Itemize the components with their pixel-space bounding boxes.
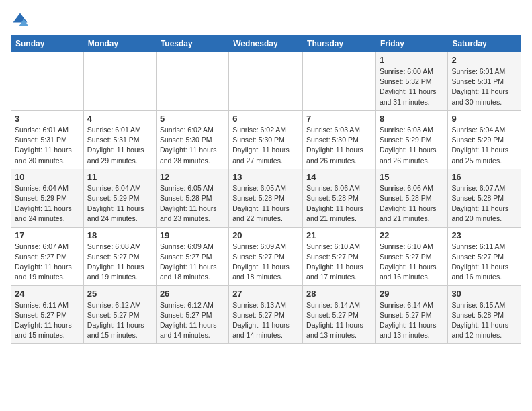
day-info: Sunrise: 6:11 AM Sunset: 5:27 PM Dayligh… bbox=[15, 300, 80, 341]
day-number: 22 bbox=[380, 230, 444, 240]
day-number: 11 bbox=[87, 172, 152, 182]
calendar-cell: 12Sunrise: 6:05 AM Sunset: 5:28 PM Dayli… bbox=[156, 169, 228, 227]
day-info: Sunrise: 6:04 AM Sunset: 5:29 PM Dayligh… bbox=[451, 125, 517, 166]
calendar-cell: 23Sunrise: 6:11 AM Sunset: 5:27 PM Dayli… bbox=[448, 227, 521, 285]
calendar-cell bbox=[156, 52, 228, 111]
day-number: 25 bbox=[87, 289, 152, 299]
day-info: Sunrise: 6:06 AM Sunset: 5:28 PM Dayligh… bbox=[306, 183, 372, 224]
calendar-cell: 20Sunrise: 6:09 AM Sunset: 5:27 PM Dayli… bbox=[229, 227, 303, 285]
day-number: 7 bbox=[306, 113, 372, 124]
calendar-week-row: 10Sunrise: 6:04 AM Sunset: 5:29 PM Dayli… bbox=[11, 169, 521, 227]
calendar-cell: 4Sunrise: 6:01 AM Sunset: 5:31 PM Daylig… bbox=[83, 110, 156, 169]
calendar-cell: 11Sunrise: 6:04 AM Sunset: 5:29 PM Dayli… bbox=[83, 169, 156, 227]
calendar-cell bbox=[229, 52, 303, 111]
calendar-cell: 29Sunrise: 6:14 AM Sunset: 5:27 PM Dayli… bbox=[375, 285, 447, 344]
day-number: 17 bbox=[15, 230, 80, 240]
calendar-cell: 13Sunrise: 6:05 AM Sunset: 5:28 PM Dayli… bbox=[229, 169, 303, 227]
day-number: 26 bbox=[160, 289, 225, 299]
day-info: Sunrise: 6:07 AM Sunset: 5:28 PM Dayligh… bbox=[451, 183, 517, 224]
day-info: Sunrise: 6:00 AM Sunset: 5:32 PM Dayligh… bbox=[380, 66, 444, 107]
calendar-cell: 1Sunrise: 6:00 AM Sunset: 5:32 PM Daylig… bbox=[375, 52, 447, 111]
logo-icon bbox=[11, 11, 30, 30]
calendar-week-row: 17Sunrise: 6:07 AM Sunset: 5:27 PM Dayli… bbox=[11, 227, 521, 285]
day-info: Sunrise: 6:05 AM Sunset: 5:28 PM Dayligh… bbox=[160, 183, 225, 224]
weekday-header: Sunday bbox=[11, 36, 84, 52]
calendar-cell: 17Sunrise: 6:07 AM Sunset: 5:27 PM Dayli… bbox=[11, 227, 84, 285]
day-number: 29 bbox=[380, 289, 444, 299]
calendar-cell bbox=[83, 52, 156, 111]
calendar-cell bbox=[303, 52, 376, 111]
day-number: 16 bbox=[451, 172, 517, 182]
day-info: Sunrise: 6:09 AM Sunset: 5:27 PM Dayligh… bbox=[160, 242, 225, 283]
weekday-header: Tuesday bbox=[156, 36, 228, 52]
calendar-cell: 2Sunrise: 6:01 AM Sunset: 5:31 PM Daylig… bbox=[448, 52, 521, 111]
day-info: Sunrise: 6:12 AM Sunset: 5:27 PM Dayligh… bbox=[160, 300, 225, 341]
day-info: Sunrise: 6:15 AM Sunset: 5:28 PM Dayligh… bbox=[451, 300, 517, 341]
day-info: Sunrise: 6:14 AM Sunset: 5:27 PM Dayligh… bbox=[306, 300, 372, 341]
day-number: 13 bbox=[232, 172, 299, 182]
calendar-cell: 14Sunrise: 6:06 AM Sunset: 5:28 PM Dayli… bbox=[303, 169, 376, 227]
day-number: 28 bbox=[306, 289, 372, 299]
page-header bbox=[11, 11, 521, 30]
day-number: 27 bbox=[232, 289, 299, 299]
calendar-cell: 24Sunrise: 6:11 AM Sunset: 5:27 PM Dayli… bbox=[11, 285, 84, 344]
calendar-cell: 19Sunrise: 6:09 AM Sunset: 5:27 PM Dayli… bbox=[156, 227, 228, 285]
day-info: Sunrise: 6:04 AM Sunset: 5:29 PM Dayligh… bbox=[87, 183, 152, 224]
day-info: Sunrise: 6:04 AM Sunset: 5:29 PM Dayligh… bbox=[15, 183, 80, 224]
day-number: 30 bbox=[451, 289, 517, 299]
calendar-cell: 27Sunrise: 6:13 AM Sunset: 5:27 PM Dayli… bbox=[229, 285, 303, 344]
day-number: 6 bbox=[232, 113, 299, 124]
day-number: 23 bbox=[451, 230, 517, 240]
day-number: 24 bbox=[15, 289, 80, 299]
day-info: Sunrise: 6:11 AM Sunset: 5:27 PM Dayligh… bbox=[451, 242, 517, 283]
calendar-week-row: 24Sunrise: 6:11 AM Sunset: 5:27 PM Dayli… bbox=[11, 285, 521, 344]
calendar-cell: 6Sunrise: 6:02 AM Sunset: 5:30 PM Daylig… bbox=[229, 110, 303, 169]
calendar-cell: 9Sunrise: 6:04 AM Sunset: 5:29 PM Daylig… bbox=[448, 110, 521, 169]
calendar-week-row: 1Sunrise: 6:00 AM Sunset: 5:32 PM Daylig… bbox=[11, 52, 521, 111]
day-info: Sunrise: 6:01 AM Sunset: 5:31 PM Dayligh… bbox=[87, 125, 152, 166]
day-info: Sunrise: 6:10 AM Sunset: 5:27 PM Dayligh… bbox=[380, 242, 444, 283]
weekday-header: Friday bbox=[375, 36, 447, 52]
day-number: 8 bbox=[380, 113, 444, 124]
day-info: Sunrise: 6:10 AM Sunset: 5:27 PM Dayligh… bbox=[306, 242, 372, 283]
day-info: Sunrise: 6:13 AM Sunset: 5:27 PM Dayligh… bbox=[232, 300, 299, 341]
day-number: 18 bbox=[87, 230, 152, 240]
day-number: 20 bbox=[232, 230, 299, 240]
day-number: 3 bbox=[15, 113, 80, 124]
day-info: Sunrise: 6:07 AM Sunset: 5:27 PM Dayligh… bbox=[15, 242, 80, 283]
day-info: Sunrise: 6:03 AM Sunset: 5:29 PM Dayligh… bbox=[380, 125, 444, 166]
calendar-cell: 22Sunrise: 6:10 AM Sunset: 5:27 PM Dayli… bbox=[375, 227, 447, 285]
weekday-header: Wednesday bbox=[229, 36, 303, 52]
calendar-cell: 18Sunrise: 6:08 AM Sunset: 5:27 PM Dayli… bbox=[83, 227, 156, 285]
day-info: Sunrise: 6:05 AM Sunset: 5:28 PM Dayligh… bbox=[232, 183, 299, 224]
calendar-cell: 26Sunrise: 6:12 AM Sunset: 5:27 PM Dayli… bbox=[156, 285, 228, 344]
day-info: Sunrise: 6:12 AM Sunset: 5:27 PM Dayligh… bbox=[87, 300, 152, 341]
calendar-week-row: 3Sunrise: 6:01 AM Sunset: 5:31 PM Daylig… bbox=[11, 110, 521, 169]
day-info: Sunrise: 6:06 AM Sunset: 5:28 PM Dayligh… bbox=[380, 183, 444, 224]
calendar-cell: 5Sunrise: 6:02 AM Sunset: 5:30 PM Daylig… bbox=[156, 110, 228, 169]
day-number: 10 bbox=[15, 172, 80, 182]
day-info: Sunrise: 6:01 AM Sunset: 5:31 PM Dayligh… bbox=[15, 125, 80, 166]
day-number: 4 bbox=[87, 113, 152, 124]
calendar-cell: 3Sunrise: 6:01 AM Sunset: 5:31 PM Daylig… bbox=[11, 110, 84, 169]
day-info: Sunrise: 6:03 AM Sunset: 5:30 PM Dayligh… bbox=[306, 125, 372, 166]
calendar-cell: 7Sunrise: 6:03 AM Sunset: 5:30 PM Daylig… bbox=[303, 110, 376, 169]
day-number: 9 bbox=[451, 113, 517, 124]
day-number: 5 bbox=[160, 113, 225, 124]
day-info: Sunrise: 6:01 AM Sunset: 5:31 PM Dayligh… bbox=[451, 66, 517, 107]
calendar-cell bbox=[11, 52, 84, 111]
day-number: 12 bbox=[160, 172, 225, 182]
weekday-header: Thursday bbox=[303, 36, 376, 52]
day-number: 15 bbox=[380, 172, 444, 182]
calendar-cell: 10Sunrise: 6:04 AM Sunset: 5:29 PM Dayli… bbox=[11, 169, 84, 227]
calendar-table: SundayMondayTuesdayWednesdayThursdayFrid… bbox=[11, 35, 521, 344]
calendar-cell: 30Sunrise: 6:15 AM Sunset: 5:28 PM Dayli… bbox=[448, 285, 521, 344]
calendar-cell: 15Sunrise: 6:06 AM Sunset: 5:28 PM Dayli… bbox=[375, 169, 447, 227]
logo bbox=[11, 11, 32, 30]
day-info: Sunrise: 6:09 AM Sunset: 5:27 PM Dayligh… bbox=[232, 242, 299, 283]
calendar-cell: 28Sunrise: 6:14 AM Sunset: 5:27 PM Dayli… bbox=[303, 285, 376, 344]
calendar-cell: 21Sunrise: 6:10 AM Sunset: 5:27 PM Dayli… bbox=[303, 227, 376, 285]
day-number: 1 bbox=[380, 55, 444, 65]
day-info: Sunrise: 6:14 AM Sunset: 5:27 PM Dayligh… bbox=[380, 300, 444, 341]
day-info: Sunrise: 6:02 AM Sunset: 5:30 PM Dayligh… bbox=[232, 125, 299, 166]
